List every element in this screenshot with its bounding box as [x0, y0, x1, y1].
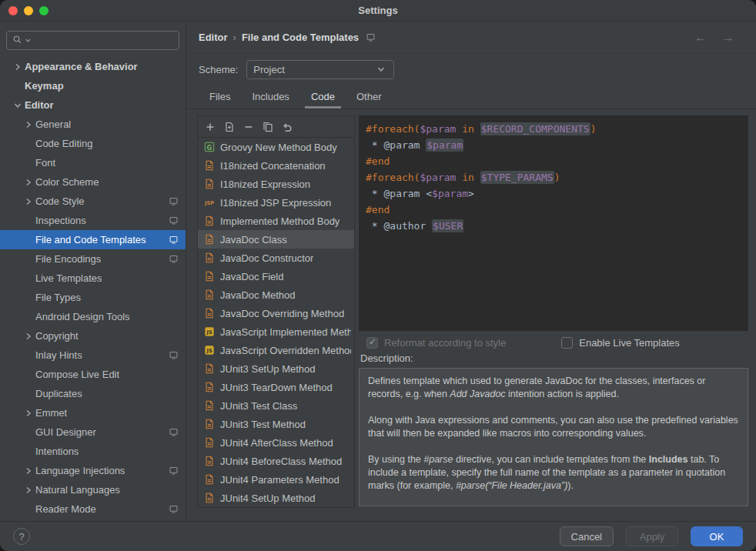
sidebar-item-label: Android Design Tools: [35, 311, 130, 322]
enable-live-templates-option[interactable]: Enable Live Templates: [561, 337, 680, 349]
sidebar-item-duplicates[interactable]: Duplicates: [0, 384, 186, 403]
tab-other[interactable]: Other: [346, 84, 393, 109]
sidebar-item-gui-designer[interactable]: GUI Designer: [0, 422, 186, 442]
template-item-groovy-new-method-body[interactable]: GGroovy New Method Body: [198, 138, 354, 156]
apply-button[interactable]: Apply: [626, 526, 678, 546]
scheme-row: Scheme: Project: [199, 55, 394, 84]
back-icon[interactable]: ←: [694, 31, 707, 45]
template-item-javadoc-method[interactable]: JavaDoc Method: [198, 286, 354, 304]
template-editor[interactable]: #foreach($param in $RECORD_COMPONENTS) *…: [359, 115, 748, 331]
template-item-i18nized-jsp-expression[interactable]: JSPI18nized JSP Expression: [198, 193, 354, 212]
sidebar-item-editor[interactable]: Editor: [0, 95, 186, 115]
template-item-i18nized-concatenation[interactable]: I18nized Concatenation: [198, 156, 354, 175]
sidebar-item-file-types[interactable]: File Types: [0, 288, 186, 307]
sidebar-item-reader-mode[interactable]: Reader Mode: [0, 499, 186, 519]
tpl-file-icon: [203, 160, 216, 171]
create-child-template-button[interactable]: [220, 119, 238, 135]
sidebar-item-intentions[interactable]: Intentions: [0, 442, 186, 461]
sidebar-item-file-and-code-templates[interactable]: File and Code Templates: [0, 230, 186, 249]
sidebar-item-live-templates[interactable]: Live Templates: [0, 269, 186, 288]
sidebar-item-copyright[interactable]: Copyright: [0, 326, 186, 346]
sidebar-item-keymap[interactable]: Keymap: [0, 76, 186, 95]
sidebar-item-appearance-behavior[interactable]: Appearance & Behavior: [0, 57, 186, 76]
reformat-checkbox[interactable]: [366, 337, 378, 349]
sidebar-item-emmet[interactable]: Emmet: [0, 403, 186, 422]
sidebar-item-label: Color Scheme: [35, 176, 99, 188]
template-item-junit3-setup-method[interactable]: JUnit3 SetUp Method: [198, 359, 354, 378]
sidebar-item-file-encodings[interactable]: File Encodings: [0, 249, 186, 269]
breadcrumb-editor[interactable]: Editor: [199, 32, 228, 43]
template-item-implemented-method-body[interactable]: Implemented Method Body: [198, 212, 354, 230]
tab-includes[interactable]: Includes: [241, 84, 299, 109]
chevron-right-icon[interactable]: [22, 119, 35, 131]
zoom-window-button[interactable]: [39, 6, 49, 15]
tab-files[interactable]: Files: [199, 84, 241, 109]
add-template-button[interactable]: [201, 119, 219, 135]
sidebar-item-natural-languages[interactable]: Natural Languages: [0, 480, 186, 499]
template-item-junit4-beforeclass-method[interactable]: JUnit4 BeforeClass Method: [198, 452, 354, 470]
template-item-i18nized-expression[interactable]: I18nized Expression: [198, 175, 354, 193]
template-item-javadoc-constructor[interactable]: JavaDoc Constructor: [198, 249, 354, 267]
cancel-button[interactable]: Cancel: [560, 526, 614, 546]
reformat-option[interactable]: Reformat according to style: [366, 337, 506, 349]
tpl-file-icon: [203, 252, 216, 263]
description-box: Defines template which used to generate …: [359, 368, 748, 506]
template-item-junit3-teardown-method[interactable]: JUnit3 TearDown Method: [198, 378, 354, 396]
tree-indent: [22, 388, 35, 400]
sidebar-item-inspections[interactable]: Inspections: [0, 211, 186, 230]
chevron-down-icon[interactable]: [11, 99, 25, 112]
template-item-javadoc-overriding-method[interactable]: JavaDoc Overriding Method: [198, 304, 354, 322]
code-line: #end: [366, 202, 741, 218]
chevron-right-icon[interactable]: [11, 61, 25, 73]
template-item-label: JavaDoc Constructor: [220, 252, 313, 264]
reset-template-button[interactable]: [278, 119, 296, 135]
enable-live-templates-checkbox[interactable]: [561, 337, 573, 349]
breadcrumb-separator-icon: ›: [228, 32, 242, 43]
sidebar-item-color-scheme[interactable]: Color Scheme: [0, 172, 186, 192]
chevron-down-icon: [375, 63, 387, 75]
template-item-junit3-test-class[interactable]: JUnit3 Test Class: [198, 396, 354, 415]
tpl-file-icon: [203, 308, 216, 319]
ok-button[interactable]: OK: [691, 526, 743, 546]
help-button[interactable]: ?: [13, 528, 30, 545]
template-item-junit4-parameters-method[interactable]: JUnit4 Parameters Method: [198, 470, 354, 489]
sidebar-item-code-style[interactable]: Code Style: [0, 192, 186, 211]
sidebar-item-code-editing[interactable]: Code Editing: [0, 134, 186, 153]
sidebar-item-label: Appearance & Behavior: [25, 61, 138, 72]
forward-icon[interactable]: →: [722, 31, 734, 45]
template-item-label: I18nized Concatenation: [220, 160, 326, 172]
tpl-file-icon: [203, 215, 216, 226]
chevron-right-icon[interactable]: [22, 465, 35, 477]
search-options-chevron-icon[interactable]: [25, 35, 32, 46]
copy-template-button[interactable]: [259, 119, 276, 135]
reformat-label: Reformat according to style: [384, 337, 506, 349]
sidebar-item-inlay-hints[interactable]: Inlay Hints: [0, 346, 186, 365]
sidebar-item-compose-live-edit[interactable]: Compose Live Edit: [0, 365, 186, 384]
search-input[interactable]: [34, 35, 173, 46]
chevron-right-icon[interactable]: [22, 330, 35, 342]
sidebar-item-general[interactable]: General: [0, 115, 186, 134]
chevron-right-icon[interactable]: [22, 407, 35, 419]
template-item-junit3-test-method[interactable]: JUnit3 Test Method: [198, 415, 354, 433]
minimize-window-button[interactable]: [24, 6, 33, 15]
scheme-dropdown[interactable]: Project: [246, 60, 394, 79]
sidebar-item-android-design-tools[interactable]: Android Design Tools: [0, 307, 186, 326]
settings-search-field[interactable]: [6, 31, 179, 50]
sidebar-item-font[interactable]: Font: [0, 153, 186, 172]
template-item-javascript-overridden-method-body[interactable]: JSJavaScript Overridden Method Body: [198, 341, 354, 359]
template-item-javadoc-class[interactable]: JavaDoc Class: [198, 230, 354, 249]
remove-template-button[interactable]: [239, 119, 257, 135]
chevron-right-icon[interactable]: [22, 176, 35, 189]
chevron-right-icon[interactable]: [22, 195, 35, 208]
template-item-junit4-afterclass-method[interactable]: JUnit4 AfterClass Method: [198, 433, 354, 452]
tab-code[interactable]: Code: [300, 84, 346, 109]
chevron-right-icon[interactable]: [22, 484, 35, 496]
template-item-junit4-setup-method[interactable]: JUnit4 SetUp Method: [198, 489, 354, 507]
template-item-javadoc-field[interactable]: JavaDoc Field: [198, 267, 354, 286]
in-editor-settings-icon: [164, 427, 179, 437]
template-item-javascript-implemented-method-body[interactable]: JSJavaScript Implemented Method Body: [198, 322, 354, 341]
close-window-button[interactable]: [8, 6, 18, 15]
sidebar-item-language-injections[interactable]: Language Injections: [0, 461, 186, 480]
svg-text:JS: JS: [206, 348, 212, 354]
settings-content: Editor › File and Code Templates ← → Sch…: [186, 22, 756, 521]
